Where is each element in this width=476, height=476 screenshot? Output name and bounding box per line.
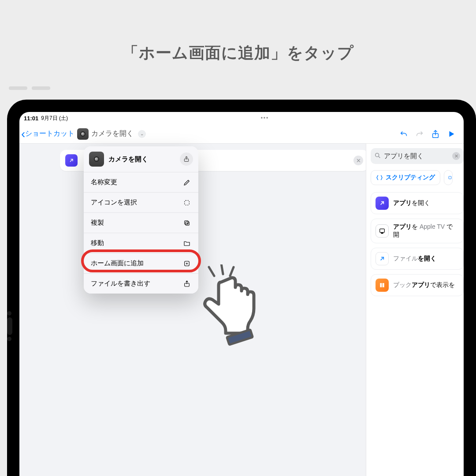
selection-icon	[182, 199, 191, 207]
menu-item-label: アイコンを選択	[91, 198, 137, 207]
camera-icon	[77, 128, 89, 140]
svg-rect-17	[381, 233, 383, 234]
status-time: 11:01	[24, 115, 38, 122]
folder-icon	[182, 239, 191, 247]
svg-rect-16	[380, 229, 385, 232]
menu-item-label: ファイルを書き出す	[91, 279, 150, 288]
open-app-icon	[65, 154, 78, 167]
search-field[interactable]: アプリを開く ✕	[371, 148, 464, 164]
search-query: アプリを開く	[384, 152, 450, 160]
editor-canvas[interactable]: ✕ カメラを開く 名称変更	[19, 144, 366, 476]
chevron-left-icon: ‹	[21, 130, 25, 138]
menu-item-export[interactable]: ファイルを書き出す	[84, 273, 198, 294]
menu-item-choose-icon[interactable]: アイコンを選択	[84, 192, 198, 212]
svg-line-10	[209, 267, 214, 276]
share-mini-button[interactable]	[180, 152, 193, 166]
menu-item-label: 複製	[91, 219, 104, 227]
chip-label: スクリプティング	[386, 174, 435, 182]
menu-item-rename[interactable]: 名称変更	[84, 172, 198, 192]
actions-sidebar: アプリを開く ✕ スクリプティング	[366, 144, 464, 476]
remove-action-button[interactable]: ✕	[353, 156, 363, 165]
multitask-dots[interactable]: •••	[71, 115, 459, 121]
background-decoration	[9, 86, 50, 90]
svg-point-14	[376, 153, 379, 156]
ipad-frame: 11:01 9月7日 (土) ••• ‹ ショートカット カメラを開く ⌄	[7, 100, 476, 476]
status-bar: 11:01 9月7日 (土) •••	[19, 112, 464, 124]
run-button[interactable]	[443, 129, 459, 139]
category-chip-partial[interactable]	[444, 170, 453, 185]
svg-rect-7	[185, 220, 188, 224]
toolbar: ‹ ショートカット カメラを開く ⌄	[19, 124, 464, 144]
action-open-books[interactable]: ブックアプリで表示を	[371, 274, 464, 296]
shortcut-title[interactable]: カメラを開く ⌄	[77, 128, 146, 140]
action-open-file[interactable]: ファイルを開く	[371, 248, 464, 270]
action-label: ブックアプリで表示を	[393, 281, 455, 289]
menu-item-label: 名称変更	[91, 178, 117, 186]
svg-rect-15	[449, 176, 451, 179]
action-label: アプリを開く	[393, 199, 430, 207]
duplicate-icon	[182, 219, 191, 227]
menu-item-move[interactable]: 移動	[84, 233, 198, 253]
menu-item-add-to-home[interactable]: ホーム画面に追加	[84, 253, 198, 273]
svg-rect-13	[227, 330, 253, 345]
category-chip-scripting[interactable]: スクリプティング	[371, 170, 440, 185]
search-icon	[374, 152, 381, 160]
redo-button[interactable]	[412, 129, 428, 139]
svg-line-11	[221, 264, 223, 274]
context-menu-header: カメラを開く	[84, 146, 198, 172]
screen: 11:01 9月7日 (土) ••• ‹ ショートカット カメラを開く ⌄	[19, 112, 464, 476]
svg-line-12	[230, 267, 234, 276]
action-label: アプリを Apple TV で開	[393, 223, 459, 239]
export-icon	[182, 280, 191, 288]
status-date: 9月7日 (土)	[41, 115, 68, 122]
chevron-down-icon[interactable]: ⌄	[138, 130, 146, 138]
camera-icon	[89, 152, 104, 167]
action-open-appletv[interactable]: アプリを Apple TV で開	[371, 219, 464, 243]
back-label: ショートカット	[25, 129, 74, 138]
menu-item-label: ホーム画面に追加	[91, 259, 144, 268]
undo-button[interactable]	[396, 129, 412, 139]
share-button[interactable]	[428, 129, 443, 139]
tap-hand-annotation	[196, 264, 262, 344]
action-open-app[interactable]: アプリを開く	[371, 192, 464, 214]
add-square-icon	[182, 260, 191, 268]
action-label: ファイルを開く	[393, 255, 436, 263]
menu-item-duplicate[interactable]: 複製	[84, 212, 198, 233]
context-menu-title: カメラを開く	[108, 155, 148, 164]
menu-item-label: 移動	[91, 239, 104, 247]
context-menu: カメラを開く 名称変更 アイコンを選択	[84, 146, 198, 294]
back-button[interactable]: ‹ ショートカット	[21, 129, 74, 138]
pencil-icon	[182, 178, 191, 186]
shortcut-name-label: カメラを開く	[91, 129, 134, 138]
svg-rect-5	[185, 200, 190, 205]
instruction-title: 「ホーム画面に追加」をタップ	[0, 42, 476, 64]
clear-search-button[interactable]: ✕	[452, 152, 460, 160]
